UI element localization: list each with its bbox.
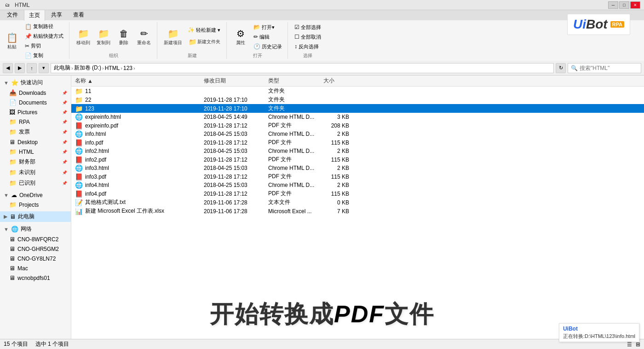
sidebar-item-wcnobpdfs01[interactable]: 🖥 wcnobpdfs01	[6, 273, 71, 283]
file-size: 2 KB	[320, 165, 356, 171]
quick-access-label: 快速访问	[21, 79, 43, 87]
back-button[interactable]: ◀	[3, 63, 13, 73]
table-row[interactable]: 🌐expireinfo.html 2018-04-25 14:49 Chrome…	[71, 113, 644, 121]
file-type: Chrome HTML D...	[264, 131, 320, 137]
sidebar-item-caiwubu[interactable]: 📁 财务部 📌	[6, 157, 71, 167]
recent-button[interactable]: ▾	[39, 63, 49, 73]
edit-button[interactable]: ✏ 编辑	[252, 33, 284, 41]
this-pc-expand-icon: ▶	[4, 214, 7, 220]
sidebar-item-desktop[interactable]: 🖥 Desktop 📌	[6, 137, 71, 147]
sidebar-item-rpa[interactable]: 📁 RPA 📌	[6, 117, 71, 127]
select-all-label: 全部选择	[301, 24, 321, 31]
history-button[interactable]: 🕐 历史记录	[252, 42, 284, 51]
breadcrumb-html[interactable]: HTML	[105, 65, 120, 71]
table-row[interactable]: 📕info.pdf 2019-11-28 17:12 PDF 文件 115 KB	[71, 138, 644, 147]
table-row[interactable]: 🌐info.html 2018-04-25 15:03 Chrome HTML …	[71, 130, 644, 138]
table-row[interactable]: 📕expireinfo.pdf 2019-11-28 17:12 PDF 文件 …	[71, 121, 644, 130]
col-header-name[interactable]: 名称 ▲	[71, 77, 200, 85]
close-button[interactable]: ✕	[630, 1, 640, 9]
sidebar-item-documents[interactable]: 📄 Documents 📌	[6, 98, 71, 107]
easy-new-button[interactable]: ✨ 轻松新建 ▾	[186, 26, 223, 35]
selected-count: 选中 1 个项目	[35, 340, 69, 348]
pdf-file-icon: 📕	[75, 156, 83, 163]
table-row[interactable]: 📊新建 Microsoft Excel 工作表.xlsx 2019-11-06 …	[71, 207, 644, 215]
breadcrumb-pc[interactable]: 此电脑	[54, 64, 70, 72]
html-file-icon: 🌐	[75, 164, 83, 172]
table-row[interactable]: 📕info3.pdf 2019-11-28 17:12 PDF 文件 115 K…	[71, 172, 644, 181]
table-row[interactable]: 📁123 2019-11-28 17:10 文件夹	[71, 104, 644, 113]
refresh-button[interactable]: ↻	[556, 63, 566, 73]
search-input[interactable]	[580, 65, 638, 71]
breadcrumb: 此电脑 › 新加卷 (D:) › HTML › 123 ›	[54, 64, 135, 72]
table-row[interactable]: 🌐info2.html 2018-04-25 15:03 Chrome HTML…	[71, 147, 644, 155]
clipboard-buttons: 📋 粘贴 📋 复制路径 📌 粘贴快捷方式 ✂ 剪切	[3, 22, 65, 60]
desktop-label: Desktop	[17, 139, 38, 145]
sidebar-item-projects[interactable]: 📁 Projects	[6, 200, 71, 209]
address-bar[interactable]: 此电脑 › 新加卷 (D:) › HTML › 123 ›	[51, 63, 554, 73]
tab-home[interactable]: 主页	[24, 10, 45, 21]
search-bar[interactable]: 🔍	[568, 63, 641, 73]
table-row[interactable]: 📁22 2019-11-28 17:10 文件夹	[71, 95, 644, 104]
sidebar-item-cno-8wfqrc2[interactable]: 🖥 CNO-8WFQRC2	[6, 234, 71, 244]
sidebar-item-yishibie[interactable]: 📁 已识别 📌	[6, 178, 71, 188]
breadcrumb-123[interactable]: 123	[123, 65, 132, 71]
minimize-button[interactable]: ─	[608, 1, 618, 9]
file-type: Chrome HTML D...	[264, 165, 320, 171]
tab-file[interactable]: 文件	[2, 9, 23, 20]
table-row[interactable]: 📕info4.pdf 2019-11-28 17:12 PDF 文件 115 K…	[71, 189, 644, 198]
col-header-type[interactable]: 类型	[264, 77, 320, 85]
file-date: 2019-11-28 17:12	[200, 140, 264, 146]
properties-button[interactable]: ⚙ 属性	[231, 23, 250, 51]
sidebar-item-html[interactable]: 📁 HTML 📌	[6, 147, 71, 157]
new-folder-button[interactable]: 📁 新建文件夹	[186, 35, 223, 48]
rename-button[interactable]: ✏ 重命名	[135, 23, 153, 51]
table-row[interactable]: 🌐info4.html 2018-04-25 15:03 Chrome HTML…	[71, 181, 644, 189]
delete-button[interactable]: 🗑 删除	[115, 23, 133, 51]
paste-label: 粘贴	[7, 44, 17, 50]
this-pc-icon: 🖥	[10, 213, 16, 220]
file-name: 新建 Microsoft Excel 工作表.xlsx	[85, 207, 164, 215]
sidebar-item-fapiao[interactable]: 📁 发票 📌	[6, 127, 71, 137]
copy-to-button[interactable]: 📁 复制到	[94, 23, 113, 51]
move-to-button[interactable]: 📁 移动到	[74, 23, 92, 51]
sidebar-item-cno-gy8ln72[interactable]: 🖥 CNO-GY8LN72	[6, 254, 71, 263]
paste-shortcut-button[interactable]: 📌 粘贴快捷方式	[23, 32, 65, 41]
cut-button[interactable]: ✂ 剪切	[23, 41, 65, 50]
file-date: 2019-11-28 17:12	[200, 157, 264, 163]
sidebar-item-mac[interactable]: 🖥 Mac	[6, 263, 71, 273]
up-button[interactable]: ↑	[27, 63, 37, 73]
table-row[interactable]: 🌐info3.html 2018-04-25 15:03 Chrome HTML…	[71, 164, 644, 172]
select-all-button[interactable]: ☑ 全部选择	[293, 23, 323, 32]
col-header-size[interactable]: 大小	[320, 77, 356, 85]
tab-view[interactable]: 查看	[68, 9, 89, 20]
copy-button[interactable]: 📄 复制	[23, 51, 65, 60]
paste-button[interactable]: 📋 粘贴	[3, 27, 21, 55]
sidebar-item-downloads[interactable]: 📥 Downloads 📌	[6, 88, 71, 98]
maximize-button[interactable]: □	[619, 1, 629, 9]
cno-ghr5gm2-icon: 🖥	[9, 245, 15, 252]
invert-select-button[interactable]: ↕ 反向选择	[293, 42, 323, 51]
select-none-button[interactable]: ☐ 全部取消	[293, 33, 323, 41]
col-header-date[interactable]: 修改日期	[200, 77, 264, 85]
tab-share[interactable]: 共享	[46, 9, 67, 20]
sidebar-item-pictures[interactable]: 🖼 Pictures 📌	[6, 107, 71, 117]
file-size: 2 KB	[320, 148, 356, 154]
open-button[interactable]: 📂 打开▾	[252, 23, 284, 32]
sidebar-item-cno-ghr5gm2[interactable]: 🖥 CNO-GHR5GM2	[6, 244, 71, 254]
breadcrumb-drive[interactable]: 新加卷 (D:)	[74, 64, 101, 72]
copy-path-button[interactable]: 📋 复制路径	[23, 22, 65, 31]
weishibie-label: 未识别	[19, 169, 35, 176]
new-project-button[interactable]: 📁 新建项目	[162, 23, 184, 51]
file-size: 115 KB	[320, 157, 356, 163]
new-folder-icon: 📁	[189, 38, 196, 46]
sidebar-quick-access[interactable]: ▼ ⭐ 快速访问	[0, 77, 71, 88]
title-bar-text: HTML	[15, 2, 30, 8]
table-row[interactable]: 📝其他格式测试.txt 2019-11-06 17:28 文本文件 0 KB	[71, 198, 644, 207]
table-row[interactable]: 📁11 文件夹	[71, 87, 644, 95]
sidebar-item-weishibie[interactable]: 📁 未识别 📌	[6, 167, 71, 178]
forward-button[interactable]: ▶	[15, 63, 25, 73]
sidebar-this-pc[interactable]: ▶ 🖥 此电脑	[0, 211, 71, 222]
sidebar-onedrive[interactable]: ▼ ☁ OneDrive	[0, 190, 71, 200]
table-row[interactable]: 📕info2.pdf 2019-11-28 17:12 PDF 文件 115 K…	[71, 155, 644, 164]
sidebar-network[interactable]: ▼ 🌐 网络	[0, 224, 71, 234]
